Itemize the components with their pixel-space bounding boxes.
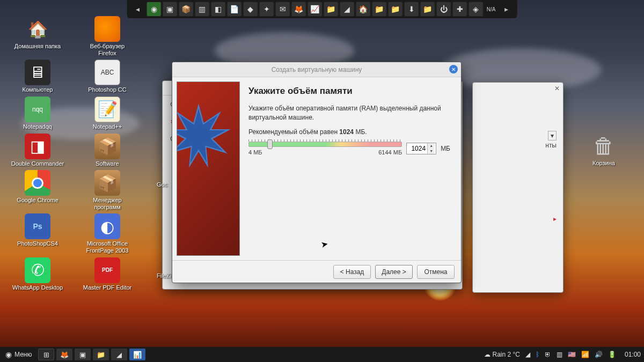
dock-home-icon[interactable]: 🏠 xyxy=(356,2,371,17)
notepadqq-launcher[interactable]: nqq Notepadqq xyxy=(11,97,64,130)
icon-label: Master PDF Editor xyxy=(83,284,131,291)
icon-label: Менеджер программ xyxy=(80,197,134,210)
close-icon[interactable]: ✕ xyxy=(554,85,560,92)
dock-package-icon[interactable]: 📦 xyxy=(179,2,194,17)
taskbar-firefox-icon[interactable]: 🦊 xyxy=(56,349,72,360)
battery-icon[interactable]: 🔋 xyxy=(608,351,616,358)
taskbar-files-icon[interactable]: 📁 xyxy=(93,349,109,360)
frontpage-launcher[interactable]: ◐ Microsoft Office FrontPage 2003 xyxy=(80,213,134,254)
dock-download-icon[interactable]: ⬇ xyxy=(404,2,419,17)
dock-mint-icon[interactable]: ◉ xyxy=(147,2,162,17)
dock-monitor-icon[interactable]: 📈 xyxy=(308,2,323,17)
double-commander-launcher[interactable]: ◨ Double Commander xyxy=(11,134,64,167)
icon-label-fragment: Goc xyxy=(157,181,167,188)
spinner-up-icon[interactable]: ▲ xyxy=(428,143,435,149)
package-icon: 📦 xyxy=(94,170,120,196)
software-launcher[interactable]: 📦 Software xyxy=(80,134,134,167)
icon-label: Компьютер xyxy=(23,86,53,93)
dock-app-icon[interactable]: ◢ xyxy=(340,2,355,17)
dock-firefox-icon[interactable]: 🦊 xyxy=(291,2,306,17)
memory-slider[interactable]: 4 МБ 6144 МБ xyxy=(248,142,402,156)
tray-indicator-icon[interactable]: ▥ xyxy=(557,351,562,358)
workspace-switcher[interactable]: ⊞ xyxy=(38,349,54,360)
next-button[interactable]: Далее > xyxy=(375,265,413,279)
notepadpp-launcher[interactable]: 📝 Notepad++ xyxy=(80,97,134,130)
dock-app-icon[interactable]: ◈ xyxy=(469,2,484,17)
bluetooth-icon[interactable]: ᛒ xyxy=(536,351,539,358)
software-manager-launcher[interactable]: 📦 Менеджер программ xyxy=(80,170,134,210)
dialog-title: Создать виртуальную машину xyxy=(272,66,362,73)
dock-app-icon[interactable]: ✦ xyxy=(259,2,274,17)
volume-icon[interactable]: 🔊 xyxy=(595,351,603,358)
chrome-icon xyxy=(25,170,50,196)
icon-label: Домашняя папка xyxy=(14,43,61,50)
monitor-icon: 🖥 xyxy=(25,60,50,85)
text-fragment: нты xyxy=(479,142,557,149)
background-window-side[interactable]: ✕ ▾ нты ▸ xyxy=(472,82,564,293)
dock-power-icon[interactable]: ⏻ xyxy=(436,2,451,17)
memory-spinner[interactable]: ▲ ▼ xyxy=(406,143,436,154)
top-dock: ◂ ◉ ▣ 📦 ▥ ◧ 📄 ◆ ✦ ✉ 🦊 📈 📁 ◢ 🏠 📁 📁 ⬇ 📁 ⏻ … xyxy=(127,0,517,18)
icon-label: Double Commander xyxy=(11,160,64,167)
recommended-label: Рекомендуемый объём равен 1024 МБ. xyxy=(248,128,450,137)
back-button[interactable]: < Назад xyxy=(333,265,371,279)
weather-indicator[interactable]: ☁ Rain 2 °C xyxy=(484,351,520,358)
taskbar-app-icon[interactable]: ◢ xyxy=(111,349,127,360)
trashcan-icon: 🗑 xyxy=(580,134,628,158)
double-commander-icon: ◨ xyxy=(25,134,50,159)
dock-collapse-right-icon[interactable]: ▸ xyxy=(499,2,514,17)
icon-label: WhatsApp Desktop xyxy=(12,284,63,291)
desktop-icons: 🏠 Домашняя папка Веб-браузер Firefox 🖥 К… xyxy=(11,16,161,291)
menu-button[interactable]: ◉ Меню xyxy=(0,347,37,362)
icon-label: Корзина xyxy=(580,160,628,166)
photoshop-cs4-launcher[interactable]: Ps PhotoShopCS4 xyxy=(11,213,64,254)
memory-input[interactable] xyxy=(407,145,427,152)
dock-folder-icon[interactable]: 📁 xyxy=(372,2,387,17)
taskbar-terminal-icon[interactable]: ▣ xyxy=(75,349,91,360)
dialog-sidebar-image xyxy=(177,82,240,256)
starburst-icon xyxy=(177,104,231,168)
slider-track[interactable] xyxy=(248,142,402,147)
dock-folder-icon[interactable]: 📁 xyxy=(420,2,435,17)
trash-icon[interactable]: 🗑 Корзина xyxy=(580,134,628,166)
firefox-icon xyxy=(94,16,120,42)
pdf-icon: PDF xyxy=(94,257,120,283)
icon-label: Google Chrome xyxy=(17,197,58,204)
dialog-description: Укажите объём оперативной памяти (RAM) в… xyxy=(248,104,450,122)
icon-label: Microsoft Office FrontPage 2003 xyxy=(80,240,134,254)
icon-label: PhotoShopCS4 xyxy=(17,240,58,247)
taskbar-virtualbox-icon[interactable]: 📊 xyxy=(129,349,145,360)
dock-folder-icon[interactable]: 📁 xyxy=(324,2,339,17)
dock-collapse-left-icon[interactable]: ◂ xyxy=(130,2,145,17)
chrome-launcher[interactable]: Google Chrome xyxy=(11,170,64,210)
close-button[interactable]: ✕ xyxy=(449,65,458,73)
dropdown-fragment[interactable]: ▾ xyxy=(479,132,557,139)
dock-app-icon[interactable]: ◆ xyxy=(243,2,258,17)
home-folder-icon[interactable]: 🏠 Домашняя папка xyxy=(11,16,64,56)
dock-app-icon[interactable]: ▥ xyxy=(195,2,210,17)
dock-app-icon[interactable]: ◧ xyxy=(211,2,226,17)
cancel-button[interactable]: Отмена xyxy=(417,265,455,279)
computer-icon[interactable]: 🖥 Компьютер xyxy=(11,60,64,93)
clock[interactable]: 01:00 xyxy=(621,351,644,358)
icon-label: Веб-браузер Firefox xyxy=(80,43,134,56)
slider-thumb[interactable] xyxy=(267,139,273,149)
dock-writer-icon[interactable]: 📄 xyxy=(227,2,242,17)
firefox-launcher[interactable]: Веб-браузер Firefox xyxy=(80,16,134,56)
bottom-panel: ◉ Меню ⊞ 🦊 ▣ 📁 ◢ 📊 ☁ Rain 2 °C ◢ ᛒ ⛨ ▥ 🇺… xyxy=(0,347,644,362)
dock-folder-icon[interactable]: 📁 xyxy=(388,2,403,17)
whatsapp-launcher[interactable]: ✆ WhatsApp Desktop xyxy=(11,257,64,291)
dock-mail-icon[interactable]: ✉ xyxy=(275,2,290,17)
whatsapp-icon: ✆ xyxy=(25,257,50,283)
dialog-titlebar[interactable]: Создать виртуальную машину ✕ xyxy=(172,62,461,77)
shield-icon[interactable]: ⛨ xyxy=(545,351,551,358)
master-pdf-launcher[interactable]: PDF Master PDF Editor xyxy=(80,257,134,291)
photoshop-cc-launcher[interactable]: ABC Photoshop CC xyxy=(80,60,134,93)
network-icon[interactable]: 📶 xyxy=(581,351,589,358)
keyboard-layout-indicator[interactable]: 🇺🇸 xyxy=(568,351,576,358)
dock-accessibility-icon[interactable]: ✚ xyxy=(452,2,467,17)
dock-terminal-icon[interactable]: ▣ xyxy=(163,2,178,17)
unit-label: МБ xyxy=(441,145,450,152)
tray-app-icon[interactable]: ◢ xyxy=(525,351,530,358)
spinner-down-icon[interactable]: ▼ xyxy=(428,149,435,154)
